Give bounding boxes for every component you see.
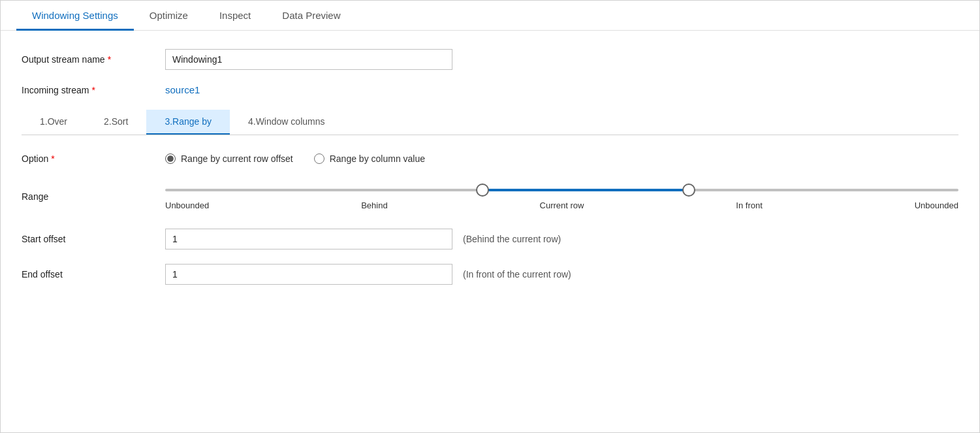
incoming-stream-link[interactable]: source1 [165,84,200,95]
sub-tab-bar: 1.Over 2.Sort 3.Range by 4.Window column… [22,110,958,135]
range-row: Range Unbounded Behind Current row In fr… [22,182,958,210]
sub-tab-range-by[interactable]: 3.Range by [146,110,230,135]
sub-tab-window-columns[interactable]: 4.Window columns [230,110,343,135]
end-offset-row: End offset (In front of the current row) [22,264,958,285]
tab-data-preview[interactable]: Data Preview [266,1,356,31]
sub-tab-over[interactable]: 1.Over [22,110,86,135]
range-label: Range [22,191,165,202]
sub-tab-sort[interactable]: 2.Sort [86,110,146,135]
slider-thumb-end[interactable] [682,184,695,197]
tab-inspect[interactable]: Inspect [204,1,266,31]
slider-track-wrapper [165,182,958,198]
output-stream-label: Output stream name * [22,54,165,65]
tab-optimize[interactable]: Optimize [134,1,204,31]
option-row: Option * Range by current row offset Ran… [22,153,958,164]
content-area: Output stream name * Incoming stream * s… [1,31,979,432]
tab-bar: Windowing Settings Optimize Inspect Data… [1,1,979,31]
output-stream-input[interactable] [165,49,452,70]
radio-range-offset[interactable]: Range by current row offset [165,153,293,164]
end-offset-label: End offset [22,269,165,280]
option-label: Option * [22,153,165,164]
start-offset-input[interactable] [165,229,452,249]
slider-labels: Unbounded Behind Current row In front Un… [165,200,958,210]
end-offset-hint: (In front of the current row) [463,269,571,280]
radio-group: Range by current row offset Range by col… [165,153,425,164]
radio-range-offset-input[interactable] [165,153,176,164]
main-window: Windowing Settings Optimize Inspect Data… [0,0,980,433]
tab-windowing-settings[interactable]: Windowing Settings [16,1,134,31]
incoming-stream-label: Incoming stream * [22,85,165,95]
start-offset-label: Start offset [22,234,165,244]
range-section: Range Unbounded Behind Current row In fr… [22,182,958,210]
slider-track-fill [482,189,689,191]
slider-thumb-start[interactable] [476,184,489,197]
start-offset-hint: (Behind the current row) [463,234,561,244]
output-stream-row: Output stream name * [22,49,958,70]
radio-range-column[interactable]: Range by column value [314,153,425,164]
radio-range-column-input[interactable] [314,153,324,164]
end-offset-input[interactable] [165,264,452,285]
incoming-stream-row: Incoming stream * source1 [22,84,958,95]
start-offset-row: Start offset (Behind the current row) [22,229,958,249]
slider-container: Unbounded Behind Current row In front Un… [165,182,958,210]
